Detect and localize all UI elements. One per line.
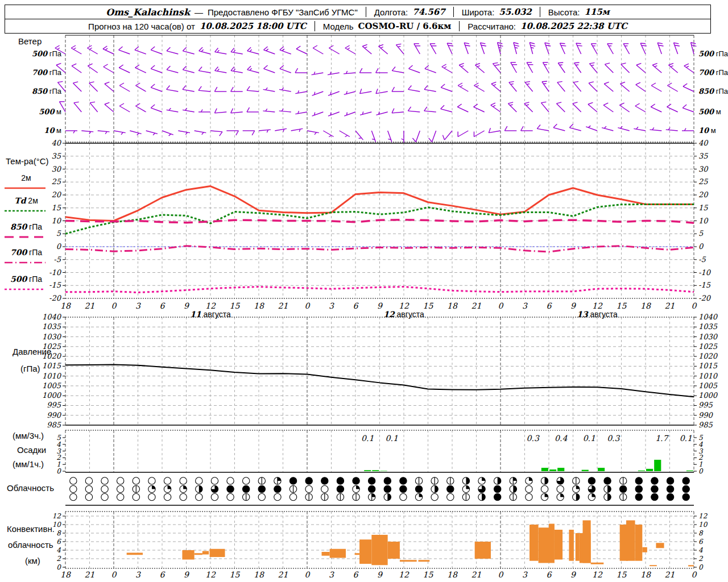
svg-text:10: 10 bbox=[698, 521, 708, 529]
svg-text:15: 15 bbox=[423, 301, 434, 310]
svg-text:3: 3 bbox=[135, 570, 141, 579]
conv-panel-title-2: облачность bbox=[8, 540, 53, 550]
svg-text:0: 0 bbox=[111, 570, 117, 579]
svg-text:10 м: 10 м bbox=[44, 126, 61, 135]
svg-text:21: 21 bbox=[85, 301, 95, 310]
svg-text:0: 0 bbox=[698, 242, 704, 251]
svg-text:6: 6 bbox=[353, 570, 359, 579]
svg-text:18: 18 bbox=[640, 570, 651, 579]
svg-text:10: 10 bbox=[698, 217, 709, 225]
svg-text:995: 995 bbox=[698, 401, 713, 409]
svg-text:12: 12 bbox=[592, 301, 603, 310]
svg-text:0: 0 bbox=[111, 301, 117, 310]
svg-text:12: 12 bbox=[592, 570, 603, 579]
svg-text:12: 12 bbox=[52, 512, 62, 520]
svg-text:1000: 1000 bbox=[42, 391, 62, 400]
svg-text:12: 12 bbox=[698, 512, 708, 520]
svg-text:1.7: 1.7 bbox=[655, 434, 669, 443]
svg-text:1035: 1035 bbox=[698, 322, 718, 331]
svg-text:3: 3 bbox=[522, 301, 528, 310]
svg-text:12: 12 bbox=[399, 301, 410, 310]
svg-text:1015: 1015 bbox=[698, 361, 718, 370]
svg-text:0: 0 bbox=[698, 467, 704, 475]
svg-text:9: 9 bbox=[184, 301, 189, 310]
svg-text:35: 35 bbox=[698, 152, 708, 160]
svg-text:40: 40 bbox=[51, 139, 61, 147]
svg-text:700 гПа: 700 гПа bbox=[32, 68, 62, 77]
svg-text:13 августа: 13 августа bbox=[577, 310, 618, 319]
svg-text:-10: -10 bbox=[49, 268, 62, 277]
svg-text:-15: -15 bbox=[698, 281, 711, 289]
svg-text:11 августа: 11 августа bbox=[190, 310, 231, 319]
svg-text:21: 21 bbox=[278, 570, 288, 579]
latitude-value: 55.032 bbox=[499, 7, 531, 17]
svg-text:6: 6 bbox=[56, 538, 61, 546]
svg-text:2: 2 bbox=[698, 555, 704, 563]
svg-text:500 м: 500 м bbox=[698, 107, 721, 116]
svg-text:12 августа: 12 августа bbox=[383, 310, 424, 319]
svg-text:15: 15 bbox=[423, 570, 434, 579]
svg-text:500 м: 500 м bbox=[39, 107, 61, 116]
svg-text:-10: -10 bbox=[698, 268, 712, 277]
longitude-value: 74.567 bbox=[412, 7, 445, 17]
svg-text:21: 21 bbox=[665, 301, 675, 310]
svg-text:Td 2м: Td 2м bbox=[14, 196, 38, 205]
svg-text:25: 25 bbox=[51, 177, 61, 186]
separator bbox=[366, 7, 366, 17]
altitude-label: Высота: bbox=[548, 7, 580, 17]
calculated-time: 10.08.2025 22:38 UTC bbox=[520, 21, 627, 31]
model-label: Модель bbox=[323, 22, 354, 31]
svg-text:8: 8 bbox=[56, 529, 61, 537]
forecast-start-time: 10.08.2025 18:00 UTC bbox=[200, 21, 307, 31]
svg-text:6: 6 bbox=[353, 301, 359, 310]
svg-text:0: 0 bbox=[305, 570, 311, 579]
svg-text:0: 0 bbox=[498, 570, 504, 579]
svg-text:985: 985 bbox=[698, 421, 713, 429]
header-dash: — bbox=[195, 7, 203, 17]
svg-text:500 гПа: 500 гПа bbox=[32, 49, 62, 58]
svg-text:0.1: 0.1 bbox=[386, 434, 398, 443]
svg-text:1030: 1030 bbox=[42, 332, 62, 341]
svg-text:9: 9 bbox=[570, 301, 576, 310]
svg-text:15: 15 bbox=[230, 570, 241, 579]
model-name: COSMO-RU / 6.6км bbox=[358, 21, 452, 31]
svg-text:15: 15 bbox=[698, 203, 708, 212]
svg-text:3: 3 bbox=[329, 301, 334, 310]
svg-text:700 гПа: 700 гПа bbox=[698, 68, 728, 77]
separator bbox=[453, 7, 454, 17]
svg-text:25: 25 bbox=[698, 177, 708, 186]
svg-text:15: 15 bbox=[617, 570, 627, 579]
header-row-1: Oms_Kalachinsk — Предоставлено ФГБУ "Зап… bbox=[5, 5, 710, 19]
meteogram-page: 500 гПа500 гПа700 гПа700 гПа850 гПа850 г… bbox=[0, 0, 728, 582]
station-name: Oms_Kalachinsk bbox=[106, 7, 190, 18]
svg-text:500 гПа: 500 гПа bbox=[10, 275, 42, 284]
svg-text:4: 4 bbox=[56, 546, 61, 554]
svg-text:21: 21 bbox=[85, 570, 95, 579]
svg-text:-5: -5 bbox=[698, 255, 706, 264]
svg-text:1035: 1035 bbox=[42, 322, 61, 331]
svg-text:9: 9 bbox=[377, 570, 383, 579]
svg-text:20: 20 bbox=[51, 190, 61, 199]
svg-text:0.3: 0.3 bbox=[527, 434, 540, 443]
svg-text:18: 18 bbox=[254, 301, 264, 310]
temp-panel-title: Тем-ра(°C) bbox=[6, 156, 48, 166]
svg-text:0: 0 bbox=[56, 467, 61, 475]
svg-text:1020: 1020 bbox=[698, 352, 718, 360]
svg-text:850 гПа: 850 гПа bbox=[10, 222, 42, 231]
svg-text:3: 3 bbox=[135, 301, 141, 310]
svg-text:9: 9 bbox=[570, 570, 576, 579]
pressure-panel-title-1: Давление bbox=[13, 347, 51, 356]
svg-text:18: 18 bbox=[254, 570, 264, 579]
meteogram-canvas: 500 гПа500 гПа700 гПа700 гПа850 гПа850 г… bbox=[0, 0, 728, 582]
svg-text:9: 9 bbox=[184, 570, 189, 579]
separator bbox=[540, 7, 540, 17]
wind-panel-title: Ветер bbox=[18, 36, 42, 46]
svg-text:0: 0 bbox=[56, 242, 62, 251]
svg-text:0.1: 0.1 bbox=[583, 434, 595, 443]
svg-text:995: 995 bbox=[47, 401, 61, 409]
svg-text:3: 3 bbox=[329, 570, 334, 579]
svg-text:15: 15 bbox=[51, 203, 61, 212]
svg-text:2: 2 bbox=[56, 555, 61, 563]
svg-text:4: 4 bbox=[698, 546, 703, 554]
conv-panel-title-3: (км) bbox=[25, 556, 40, 566]
